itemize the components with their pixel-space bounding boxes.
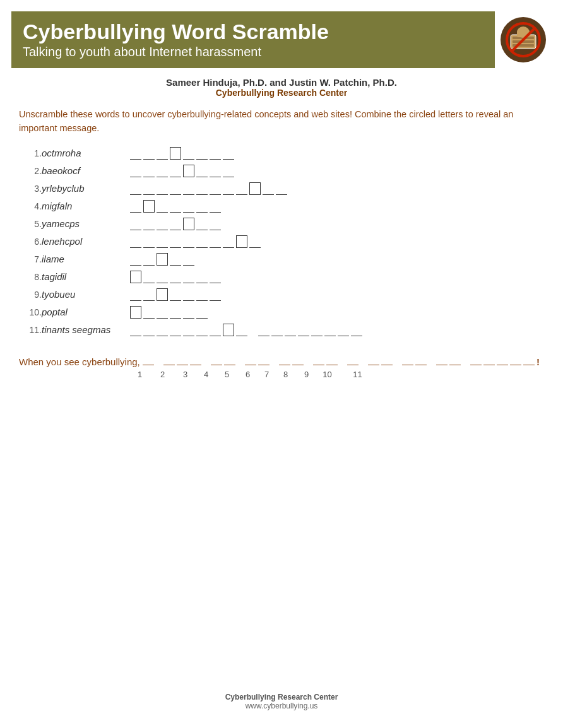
authors-section: Sameer Hinduja, Ph.D. and Justin W. Patc… <box>11 77 552 98</box>
answer-blank <box>368 353 379 365</box>
blank <box>196 200 208 213</box>
blank <box>170 235 181 248</box>
blank <box>183 271 194 283</box>
item-number: 10. <box>19 307 42 317</box>
item-blanks <box>130 235 263 248</box>
answer-blank <box>415 353 427 365</box>
blank <box>157 324 168 336</box>
item-word: tinants seegmas <box>42 324 130 335</box>
item-number: 7. <box>19 254 42 264</box>
blank <box>183 324 194 336</box>
item-number: 5. <box>19 219 42 229</box>
item-blanks <box>130 200 223 213</box>
answer-number: 4 <box>196 370 216 379</box>
blank <box>157 253 168 266</box>
scramble-item: 4.migfaln <box>19 200 544 213</box>
blank <box>183 253 194 266</box>
answer-blank <box>402 353 413 365</box>
scramble-item: 3.yrlebyclub <box>19 182 544 195</box>
item-blanks <box>130 165 236 177</box>
answer-blank <box>326 353 338 365</box>
blank <box>143 306 155 319</box>
bottom-section: When you see cyberbullying, ! <box>19 353 544 367</box>
blank <box>263 182 274 195</box>
blank <box>210 235 221 248</box>
item-number: 6. <box>19 237 42 247</box>
blank <box>351 324 362 336</box>
item-number: 1. <box>19 148 42 158</box>
header: Cyberbullying Word Scramble Talking to y… <box>11 11 552 68</box>
answer-blank <box>177 353 188 365</box>
blank <box>210 147 221 160</box>
blank <box>130 218 141 230</box>
footer-url: www.cyberbullying.us <box>0 702 563 710</box>
bottom-label: When you see cyberbullying, <box>19 356 140 367</box>
authors-name: Sameer Hinduja, Ph.D. and Justin W. Patc… <box>11 77 552 88</box>
answer-blank <box>449 353 461 365</box>
blank <box>196 324 208 336</box>
blank <box>236 324 247 336</box>
blank <box>236 182 247 195</box>
blank <box>183 147 194 160</box>
item-word: yrlebyclub <box>42 183 130 194</box>
header-text: Cyberbullying Word Scramble Talking to y… <box>11 11 495 68</box>
blank <box>196 271 208 283</box>
blank <box>157 235 168 248</box>
answer-blank <box>436 353 447 365</box>
blank <box>170 288 181 301</box>
blank <box>183 288 194 301</box>
scramble-item: 11.tinants seegmas <box>19 324 544 336</box>
blank <box>183 306 194 319</box>
blank <box>183 235 194 248</box>
answer-number: 3 <box>175 370 196 379</box>
footer-org: Cyberbullying Research Center <box>0 693 563 702</box>
blank <box>130 200 141 213</box>
blank <box>143 182 155 195</box>
blank <box>183 182 194 195</box>
answer-number: 11 <box>338 370 377 379</box>
item-word: migfaln <box>42 201 130 211</box>
blank <box>170 324 181 336</box>
blank <box>196 182 208 195</box>
blank <box>170 200 181 213</box>
blank <box>130 165 141 177</box>
blank <box>157 147 168 160</box>
blank <box>196 218 208 230</box>
item-word: baeokocf <box>42 165 130 176</box>
blank <box>271 324 283 336</box>
item-number: 8. <box>19 272 42 282</box>
answer-blank <box>470 353 482 365</box>
blank <box>223 324 234 336</box>
blank <box>130 235 141 248</box>
item-blanks <box>130 218 223 230</box>
blank <box>157 271 168 283</box>
instructions: Unscramble these words to uncover cyberb… <box>19 108 544 136</box>
answer-number: 6 <box>237 370 258 379</box>
answer-blank <box>523 353 535 365</box>
item-word: yamecps <box>42 218 130 229</box>
blank <box>157 200 168 213</box>
item-word: ilame <box>42 254 130 264</box>
answer-numbers-row: 1234567891011 <box>19 370 544 379</box>
answer-blank <box>224 353 235 365</box>
blank <box>130 271 141 283</box>
blank <box>258 324 270 336</box>
answer-blank <box>381 353 393 365</box>
answer-blank <box>292 353 304 365</box>
item-word: tagidil <box>42 271 130 282</box>
answer-number: 2 <box>150 370 175 379</box>
scramble-item: 6.lenehcpol <box>19 235 544 248</box>
answer-blank <box>211 353 222 365</box>
scramble-item: 8.tagidil <box>19 271 544 283</box>
blank <box>183 165 194 177</box>
page-title: Cyberbullying Word Scramble <box>23 20 483 44</box>
blank <box>130 182 141 195</box>
blank <box>157 165 168 177</box>
scramble-item: 7.ilame <box>19 253 544 266</box>
item-blanks <box>130 253 196 266</box>
blank <box>223 165 234 177</box>
scramble-item: 10.poptal <box>19 306 544 319</box>
blank <box>196 288 208 301</box>
authors-org: Cyberbullying Research Center <box>11 88 552 98</box>
exclaim: ! <box>536 356 540 367</box>
